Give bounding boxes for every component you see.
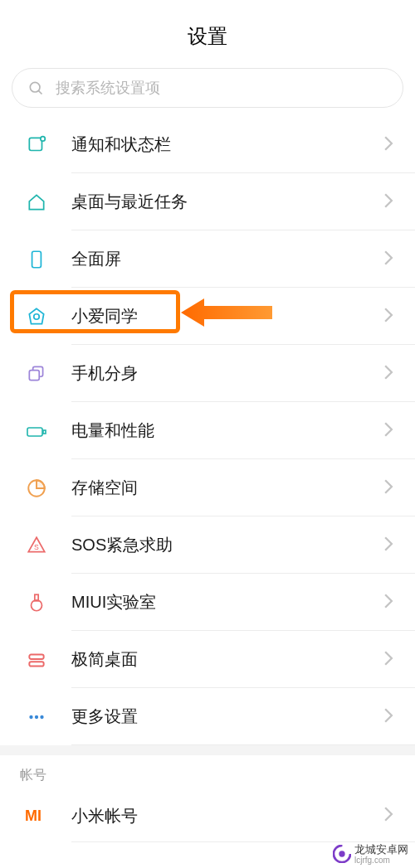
svg-text:MI: MI bbox=[25, 807, 42, 824]
account-section-header: 帐号 bbox=[0, 755, 415, 789]
chevron-right-icon bbox=[383, 250, 393, 269]
chevron-right-icon bbox=[383, 708, 393, 726]
row-label: 通知和状态栏 bbox=[71, 133, 383, 156]
svg-point-0 bbox=[30, 82, 40, 92]
svg-text:S: S bbox=[34, 543, 39, 551]
svg-point-3 bbox=[41, 136, 45, 140]
xiaoai-icon bbox=[20, 300, 53, 333]
battery-icon bbox=[20, 415, 53, 448]
chevron-right-icon bbox=[383, 807, 393, 825]
chevron-right-icon bbox=[383, 308, 393, 326]
item-sos[interactable]: S SOS紧急求助 bbox=[0, 516, 415, 574]
row-label: 桌面与最近任务 bbox=[71, 191, 383, 213]
search-input[interactable]: 搜索系统设置项 bbox=[12, 68, 403, 108]
svg-point-12 bbox=[32, 599, 42, 610]
clone-icon bbox=[20, 357, 53, 390]
notification-icon bbox=[20, 129, 53, 162]
section-divider bbox=[0, 745, 415, 755]
svg-rect-9 bbox=[43, 430, 46, 434]
chevron-right-icon bbox=[383, 651, 393, 669]
search-icon bbox=[27, 80, 44, 96]
lab-icon bbox=[20, 586, 53, 619]
item-more-settings[interactable]: 更多设置 bbox=[0, 688, 415, 745]
chevron-right-icon bbox=[383, 365, 393, 383]
chevron-right-icon bbox=[383, 536, 393, 555]
storage-icon bbox=[20, 472, 53, 505]
chevron-right-icon bbox=[383, 193, 393, 211]
svg-rect-8 bbox=[27, 428, 42, 436]
item-xiaoai[interactable]: 小爱同学 bbox=[0, 288, 415, 345]
row-label: 全面屏 bbox=[71, 248, 383, 270]
settings-list: 通知和状态栏 桌面与最近任务 全面屏 bbox=[0, 116, 415, 745]
chevron-right-icon bbox=[383, 422, 393, 440]
item-mi-account[interactable]: MI 小米帐号 bbox=[0, 789, 415, 842]
item-lab[interactable]: MIUI实验室 bbox=[0, 574, 415, 631]
row-label: SOS紧急求助 bbox=[71, 534, 383, 556]
row-label: 存储空间 bbox=[71, 477, 383, 499]
simple-desktop-icon bbox=[20, 643, 53, 676]
item-notification[interactable]: 通知和状态栏 bbox=[0, 116, 415, 173]
svg-line-1 bbox=[38, 90, 42, 94]
row-label: MIUI实验室 bbox=[71, 591, 383, 613]
item-simple-desktop[interactable]: 极简桌面 bbox=[0, 631, 415, 688]
watermark-logo-icon bbox=[333, 845, 351, 863]
item-battery[interactable]: 电量和性能 bbox=[0, 402, 415, 459]
row-label: 更多设置 bbox=[71, 706, 383, 728]
svg-point-18 bbox=[40, 715, 43, 718]
search-placeholder: 搜索系统设置项 bbox=[56, 78, 160, 98]
svg-rect-15 bbox=[29, 662, 43, 666]
row-label: 小米帐号 bbox=[71, 805, 383, 827]
chevron-right-icon bbox=[383, 479, 393, 497]
more-icon bbox=[20, 701, 53, 734]
mi-logo-icon: MI bbox=[20, 799, 53, 832]
svg-rect-4 bbox=[32, 251, 42, 268]
item-home[interactable]: 桌面与最近任务 bbox=[0, 173, 415, 230]
watermark-brand: 龙城安卓网 bbox=[354, 844, 408, 856]
watermark: 龙城安卓网 lcjrfg.com bbox=[333, 844, 408, 865]
svg-point-21 bbox=[334, 846, 350, 862]
item-storage[interactable]: 存储空间 bbox=[0, 459, 415, 516]
home-icon bbox=[20, 186, 53, 219]
page-title: 设置 bbox=[0, 23, 415, 50]
item-clone[interactable]: 手机分身 bbox=[0, 345, 415, 402]
svg-rect-14 bbox=[29, 654, 43, 658]
svg-point-22 bbox=[339, 851, 344, 857]
sos-icon: S bbox=[20, 529, 53, 562]
row-label: 极简桌面 bbox=[71, 648, 383, 671]
row-label: 电量和性能 bbox=[71, 419, 383, 442]
svg-point-16 bbox=[29, 715, 32, 718]
chevron-right-icon bbox=[383, 594, 393, 612]
row-label: 小爱同学 bbox=[71, 305, 383, 327]
svg-rect-7 bbox=[29, 370, 39, 380]
svg-point-5 bbox=[34, 313, 40, 319]
watermark-url: lcjrfg.com bbox=[354, 856, 408, 865]
row-label: 手机分身 bbox=[71, 362, 383, 385]
item-fullscreen[interactable]: 全面屏 bbox=[0, 230, 415, 288]
chevron-right-icon bbox=[383, 136, 393, 154]
page-header: 设置 bbox=[0, 0, 415, 68]
fullscreen-icon bbox=[20, 243, 53, 276]
svg-point-17 bbox=[35, 715, 38, 718]
